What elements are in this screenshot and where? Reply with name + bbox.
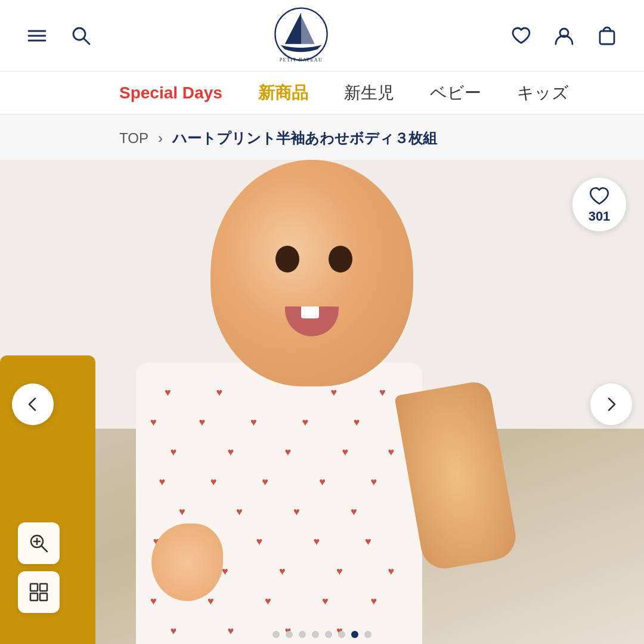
cart-icon[interactable] (594, 23, 620, 49)
wishlist-icon[interactable] (508, 23, 534, 49)
logo[interactable]: PETIT BATEAU (268, 6, 334, 66)
dot-5[interactable] (325, 631, 332, 638)
dot-7[interactable] (351, 631, 358, 638)
navigation: Special Days 新商品 新生児 ベビー キッズ (0, 72, 644, 114)
grid-view-button[interactable] (18, 571, 60, 613)
favorite-button[interactable]: 301 (572, 178, 626, 231)
svg-marker-6 (285, 12, 301, 44)
breadcrumb-arrow: › (158, 130, 163, 147)
svg-rect-15 (30, 584, 38, 591)
breadcrumb: TOP › ハートプリント半袖あわせボディ３枚組 (0, 114, 644, 160)
account-icon[interactable] (551, 23, 577, 49)
dot-3[interactable] (299, 631, 306, 638)
baby-mouth (285, 306, 339, 336)
svg-rect-10 (600, 31, 614, 44)
product-image-area: ♥ ♥ ♥ ♥ ♥ ♥ ♥ ♥ ♥ ♥ ♥ ♥ ♥ ♥ ♥ (0, 160, 644, 644)
menu-icon[interactable] (24, 23, 50, 49)
header: PETIT BATEAU (0, 0, 644, 72)
svg-line-12 (42, 546, 47, 552)
baby-eye-right (329, 246, 352, 273)
svg-rect-17 (30, 593, 38, 600)
svg-marker-7 (301, 16, 315, 44)
dot-6[interactable] (338, 631, 345, 638)
header-left (24, 23, 94, 49)
baby-hand-left (151, 524, 223, 601)
dot-1[interactable] (273, 631, 280, 638)
zoom-button[interactable] (18, 522, 60, 564)
nav-item-kids[interactable]: キッズ (517, 82, 569, 104)
svg-point-3 (73, 28, 85, 40)
svg-rect-18 (40, 593, 47, 600)
search-icon[interactable] (68, 23, 94, 49)
header-right (508, 23, 620, 49)
nav-item-new[interactable]: 新商品 (258, 82, 308, 104)
svg-text:PETIT BATEAU: PETIT BATEAU (280, 57, 323, 62)
image-dots (273, 631, 371, 638)
nav-item-baby[interactable]: ベビー (430, 82, 481, 104)
dot-4[interactable] (312, 631, 319, 638)
bottom-tools (18, 522, 60, 613)
baby-onesie: ♥ ♥ ♥ ♥ ♥ ♥ ♥ ♥ ♥ ♥ ♥ ♥ ♥ ♥ ♥ (136, 363, 422, 644)
dot-2[interactable] (286, 631, 293, 638)
dot-8[interactable] (364, 631, 371, 638)
nav-item-special-days[interactable]: Special Days (119, 83, 222, 103)
svg-rect-16 (40, 584, 47, 591)
svg-line-4 (84, 39, 89, 44)
breadcrumb-current: ハートプリント半袖あわせボディ３枚組 (172, 129, 437, 148)
breadcrumb-home[interactable]: TOP (119, 130, 148, 147)
previous-image-button[interactable] (12, 383, 54, 425)
baby-figure: ♥ ♥ ♥ ♥ ♥ ♥ ♥ ♥ ♥ ♥ ♥ ♥ ♥ ♥ ♥ (119, 160, 525, 644)
baby-head (210, 160, 413, 386)
baby-tooth (301, 306, 319, 318)
favorite-count: 301 (589, 209, 611, 224)
next-image-button[interactable] (590, 383, 632, 425)
baby-eye-left (275, 246, 299, 273)
product-image: ♥ ♥ ♥ ♥ ♥ ♥ ♥ ♥ ♥ ♥ ♥ ♥ ♥ ♥ ♥ (0, 160, 644, 644)
nav-item-newborn[interactable]: 新生児 (344, 82, 394, 104)
